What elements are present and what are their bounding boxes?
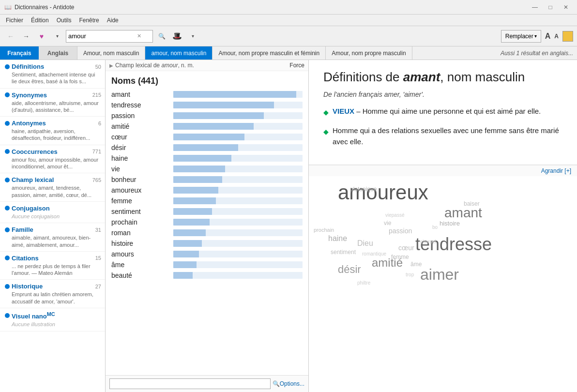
cloud-word[interactable]: bo (432, 225, 438, 230)
list-item[interactable]: sentiment (106, 206, 308, 217)
menu-fichier[interactable]: Fichier (2, 16, 27, 25)
back-button[interactable]: ← (4, 30, 17, 43)
cloud-word[interactable]: passion (389, 227, 412, 235)
color-picker-button[interactable] (562, 31, 573, 42)
definition-panel: Définitions de amant, nom masculin De l'… (309, 60, 577, 165)
list-item[interactable]: amoureux (106, 185, 308, 196)
cloud-word[interactable]: Dieu (357, 239, 373, 248)
champ-lexical-label: Champ lexical (12, 176, 91, 183)
sidebar-item-definitions[interactable]: Définitions 50 Sentiment, attachement in… (0, 60, 105, 89)
search-icon: 🔍 (273, 380, 280, 387)
search-options-button[interactable]: 🔍 (155, 30, 168, 43)
sidebar-item-historique[interactable]: Historique 27 Emprunt au latin chrétien … (0, 280, 105, 308)
list-item[interactable]: cœur (106, 132, 308, 142)
word-search-input[interactable] (109, 378, 271, 389)
cloud-word[interactable]: tendresse (415, 234, 492, 255)
word-bar-container (173, 91, 303, 98)
list-item[interactable]: femme (106, 196, 308, 206)
list-item[interactable]: bonheur (106, 174, 308, 185)
cloud-word[interactable]: romantique (362, 251, 386, 256)
list-item[interactable]: tendresse (106, 100, 308, 110)
menu-edition[interactable]: Édition (27, 16, 53, 25)
list-item[interactable]: prochain (106, 217, 308, 227)
list-item[interactable]: haine (106, 153, 308, 164)
word-bar-container (173, 229, 303, 236)
search-input[interactable] (68, 32, 136, 40)
forward-button[interactable]: → (19, 30, 33, 43)
main-content: Définitions 50 Sentiment, attachement in… (0, 60, 577, 392)
sidebar-item-conjugaison[interactable]: Conjugaison Aucune conjugaison (0, 202, 105, 223)
remplacer-button[interactable]: Remplacer ▾ (501, 30, 541, 43)
sidebar-item-antonymes[interactable]: Antonymes 6 haine, antipathie, aversion,… (0, 117, 105, 145)
menu-fenetre[interactable]: Fenêtre (75, 16, 103, 25)
word-label: âme (111, 261, 169, 269)
cloud-word[interactable]: platonique (350, 186, 377, 193)
cloud-word[interactable]: sentiment (331, 249, 356, 256)
visuel-dot (5, 313, 10, 318)
cloud-word[interactable]: trop (406, 272, 414, 277)
list-item[interactable]: histoire (106, 238, 308, 249)
cloud-word[interactable]: cœur (398, 244, 414, 252)
font-small-button[interactable]: A (554, 33, 559, 40)
menu-aide[interactable]: Aide (103, 16, 122, 25)
cloud-word[interactable]: femme (391, 254, 409, 260)
cloud-word[interactable]: aimer (420, 266, 459, 284)
list-item[interactable]: roman (106, 227, 308, 238)
cloud-word[interactable]: histoire (440, 220, 460, 227)
list-item[interactable]: désir (106, 142, 308, 153)
sidebar-item-champ-lexical[interactable]: Champ lexical 765 amoureux, amant, tendr… (0, 173, 105, 202)
toolbar: ← → ♥ ▾ ✕ 🔍 🎩 ▾ Remplacer ▾ A A (0, 26, 577, 46)
menu-outils[interactable]: Outils (53, 16, 76, 25)
list-item[interactable]: âme (106, 259, 308, 270)
word-label: roman (111, 229, 169, 237)
cloud-word[interactable]: haine (328, 234, 347, 243)
close-button[interactable]: ✕ (559, 2, 573, 12)
font-large-button[interactable]: A (545, 32, 551, 41)
cloud-word[interactable]: vie (384, 220, 391, 226)
agrandir-button[interactable]: Agrandir [+] (309, 165, 577, 176)
sidebar-item-cooccurrences[interactable]: Cooccurrences 771 amour fou, amour impos… (0, 145, 105, 174)
cooccurrences-count: 771 (92, 149, 101, 154)
tab-francais[interactable]: Français (0, 46, 39, 60)
cloud-word[interactable]: prochain (314, 227, 334, 233)
cloud-word[interactable]: charnel (420, 239, 436, 244)
list-item[interactable]: beauté (106, 270, 308, 281)
sidebar-item-famille[interactable]: Famille 31 aimable, aimant, amoureux, bi… (0, 223, 105, 252)
sidebar-item-synonymes[interactable]: Synonymes 215 aide, allocentrisme, altru… (0, 89, 105, 117)
tab-amour-propre-masc[interactable]: Amour, nom propre masculin (326, 46, 412, 60)
champ-arrow-icon: ▶ (109, 63, 113, 68)
list-item[interactable]: amant (106, 89, 308, 100)
antonymes-dot (5, 121, 10, 126)
minimize-button[interactable]: — (528, 2, 542, 12)
tab-amour-nom-masc-lower[interactable]: amour, nom masculin (145, 46, 213, 60)
favorite-button[interactable]: ♥ (35, 30, 48, 43)
hat-dropdown[interactable]: ▾ (186, 30, 199, 43)
maximize-button[interactable]: □ (543, 2, 558, 12)
sidebar-item-visuel[interactable]: Visuel nanoMC Aucune illustration (0, 308, 105, 332)
cloud-word[interactable]: amant (444, 205, 482, 221)
cloud-word[interactable]: âme (410, 261, 422, 268)
definitions-dot (5, 64, 10, 69)
word-bar-container (173, 272, 303, 279)
favorite-dropdown[interactable]: ▾ (50, 30, 64, 43)
tab-anglais[interactable]: Anglais (39, 46, 77, 60)
cloud-word[interactable]: désir (338, 263, 361, 276)
cooccurrences-dot (5, 149, 10, 154)
list-item[interactable]: vie (106, 164, 308, 174)
cloud-word[interactable]: philtre (357, 280, 370, 286)
word-label: femme (111, 197, 169, 205)
cloud-word[interactable]: amoureux (338, 181, 428, 204)
list-item[interactable]: amitié (106, 121, 308, 132)
cloud-word[interactable]: viepassé (385, 212, 404, 218)
sidebar-item-citations[interactable]: Citations 15 ... ne perdez plus de temps… (0, 252, 105, 280)
options-button[interactable]: Options... (280, 380, 304, 387)
list-item[interactable]: amours (106, 249, 308, 259)
hat-button[interactable]: 🎩 (170, 30, 184, 43)
word-label: amitié (111, 122, 169, 130)
tab-amour-nom-masc[interactable]: Amour, nom masculin (77, 46, 145, 60)
word-label: amant (111, 90, 169, 98)
search-clear-button[interactable]: ✕ (136, 33, 142, 39)
list-item[interactable]: passion (106, 110, 308, 121)
tab-amour-propre-masc-fem[interactable]: Amour, nom propre masculin et féminin (213, 46, 326, 60)
cloud-word[interactable]: baiser (464, 200, 480, 207)
